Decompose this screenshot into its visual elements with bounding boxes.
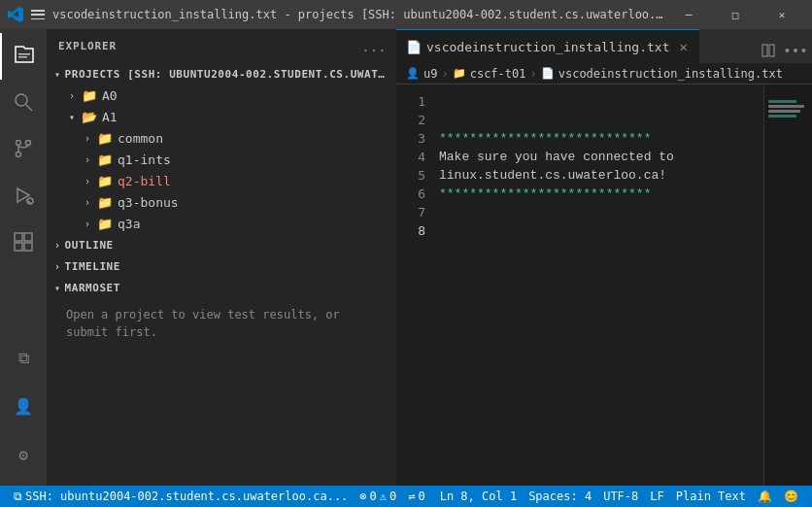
line-num-7: 7 xyxy=(396,203,425,221)
status-notifications[interactable]: 🔔 xyxy=(752,486,778,507)
q2bill-chevron: › xyxy=(82,176,93,186)
line-num-3: 3 xyxy=(396,129,425,148)
outline-chevron: › xyxy=(54,240,61,251)
run-icon xyxy=(13,185,34,209)
svg-rect-11 xyxy=(24,233,32,241)
breadcrumb-folder-icon: 📁 xyxy=(453,67,466,80)
tree-item-common[interactable]: › 📁 common xyxy=(47,127,396,149)
q3a-folder-icon: 📁 xyxy=(97,217,113,231)
timeline-section-header[interactable]: › TIMELINE xyxy=(47,255,396,277)
q1ints-label: q1-ints xyxy=(118,152,171,167)
tab-close-button[interactable]: ✕ xyxy=(677,39,689,54)
q3bonus-folder-icon: 📁 xyxy=(97,195,113,210)
status-line-ending[interactable]: LF xyxy=(644,486,669,507)
marmoset-section-header[interactable]: ▾ MARMOSET xyxy=(47,277,396,298)
line-num-4: 4 xyxy=(396,148,425,166)
q2bill-folder-icon: 📁 xyxy=(97,174,113,188)
error-icon: ⊗ xyxy=(359,490,366,503)
timeline-chevron: › xyxy=(54,261,61,272)
sidebar-more-button[interactable]: ... xyxy=(363,36,385,57)
language-label: Plain Text xyxy=(676,490,746,503)
editor-tab-main[interactable]: 📄 vscodeinstruction_installing.txt ✕ xyxy=(396,29,699,63)
code-line-8 xyxy=(435,221,754,240)
status-line-col[interactable]: Ln 8, Col 1 xyxy=(434,486,523,507)
maximize-button[interactable]: □ xyxy=(713,0,758,29)
common-label: common xyxy=(118,131,163,146)
tree-item-a0[interactable]: › 📁 A0 xyxy=(47,84,396,106)
q1ints-chevron: › xyxy=(82,154,93,165)
activity-item-accounts[interactable]: 👤 xyxy=(0,383,47,429)
tree-item-a1[interactable]: ▾ 📂 A1 xyxy=(47,106,396,127)
activity-item-search[interactable] xyxy=(0,80,47,126)
common-chevron: › xyxy=(82,133,93,144)
more-actions-button[interactable]: ••• xyxy=(783,38,808,63)
explorer-icon xyxy=(13,44,36,70)
breadcrumb-u9[interactable]: 👤 u9 xyxy=(406,67,437,81)
line-num-5: 5 xyxy=(396,166,425,185)
feedback-icon: 😊 xyxy=(784,490,798,503)
activity-item-run[interactable] xyxy=(0,173,47,220)
status-spaces[interactable]: Spaces: 4 xyxy=(523,486,597,507)
minimize-button[interactable]: ─ xyxy=(666,0,711,29)
close-button[interactable]: ✕ xyxy=(760,0,804,29)
title-bar: vscodeinstruction_installing.txt - proje… xyxy=(0,0,812,29)
vscode-icon xyxy=(8,7,23,22)
svg-rect-0 xyxy=(18,53,30,55)
menu-icon[interactable] xyxy=(31,10,45,19)
tree-item-q1-ints[interactable]: › 📁 q1-ints xyxy=(47,149,396,170)
a1-label: A1 xyxy=(102,110,118,124)
spaces-label: Spaces: 4 xyxy=(528,490,592,503)
marmoset-empty-text: Open a project to view test results, or … xyxy=(47,298,396,349)
breadcrumb-u9-icon: 👤 xyxy=(406,67,420,80)
main-layout: ⧉ 👤 ⚙ Explorer ... ▾ PROJECTS [SSH: UBUN… xyxy=(0,29,812,486)
source-control-icon xyxy=(13,138,34,162)
tree-item-q3-bonus[interactable]: › 📁 q3-bonus xyxy=(47,191,396,213)
minimap-line-1 xyxy=(768,92,808,94)
minimap-line-6 xyxy=(768,115,796,118)
breadcrumb: 👤 u9 › 📁 cscf-t01 › 📄 vscodeinstruction_… xyxy=(396,63,812,84)
minimap xyxy=(763,84,812,486)
tree-item-q2-bill[interactable]: › 📁 q2-bill xyxy=(47,170,396,191)
title-text: vscodeinstruction_installing.txt - proje… xyxy=(52,8,666,21)
breadcrumb-sep-2: › xyxy=(529,67,536,81)
svg-rect-10 xyxy=(15,233,22,241)
activity-bar: ⧉ 👤 ⚙ xyxy=(0,29,47,486)
svg-point-6 xyxy=(26,140,31,145)
breadcrumb-file-label: vscodeinstruction_installing.txt xyxy=(558,67,783,81)
status-ports[interactable]: ⇌ 0 xyxy=(402,486,430,507)
accounts-icon: 👤 xyxy=(14,397,33,416)
breadcrumb-filename[interactable]: 📄 vscodeinstruction_installing.txt xyxy=(541,67,783,81)
warning-count: 0 xyxy=(389,490,396,503)
activity-item-remote[interactable]: ⧉ xyxy=(0,334,47,381)
status-remote[interactable]: ⧉ SSH: ubuntu2004-002.student.cs.uwaterl… xyxy=(8,486,354,507)
minimap-line-3 xyxy=(768,100,796,103)
svg-point-2 xyxy=(16,94,27,106)
svg-rect-1 xyxy=(18,56,27,58)
tree-item-q3a[interactable]: › 📁 q3a xyxy=(47,213,396,234)
status-language[interactable]: Plain Text xyxy=(670,486,752,507)
projects-section: ▾ PROJECTS [SSH: UBUNTU2004-002.STUDENT.… xyxy=(47,63,396,234)
bell-icon: 🔔 xyxy=(758,490,772,503)
status-feedback[interactable]: 😊 xyxy=(778,486,804,507)
q3bonus-label: q3-bonus xyxy=(118,195,179,210)
outline-section-header[interactable]: › OUTLINE xyxy=(47,234,396,255)
svg-line-3 xyxy=(26,105,32,111)
status-encoding[interactable]: UTF-8 xyxy=(597,486,644,507)
editor-content: 1 2 3 4 5 6 7 8 ************************… xyxy=(396,84,812,486)
activity-item-extensions[interactable] xyxy=(0,220,47,266)
activity-item-scm[interactable] xyxy=(0,126,47,173)
timeline-label: TIMELINE xyxy=(65,260,120,273)
q2bill-label: q2-bill xyxy=(118,174,171,188)
activity-item-explorer[interactable] xyxy=(0,33,47,80)
code-area[interactable]: **************************** Make sure y… xyxy=(435,84,812,486)
a1-folder-icon: 📂 xyxy=(82,110,97,124)
activity-item-settings[interactable]: ⚙ xyxy=(0,431,47,478)
line-num-6: 6 xyxy=(396,185,425,203)
remote-icon: ⧉ xyxy=(18,349,29,367)
a0-label: A0 xyxy=(102,88,118,103)
status-errors[interactable]: ⊗ 0 ⚠ 0 xyxy=(354,486,402,507)
projects-section-header[interactable]: ▾ PROJECTS [SSH: UBUNTU2004-002.STUDENT.… xyxy=(47,63,396,84)
q1ints-folder-icon: 📁 xyxy=(97,152,113,167)
breadcrumb-cscft01[interactable]: 📁 cscf-t01 xyxy=(453,67,526,81)
split-editor-button[interactable] xyxy=(756,38,781,63)
